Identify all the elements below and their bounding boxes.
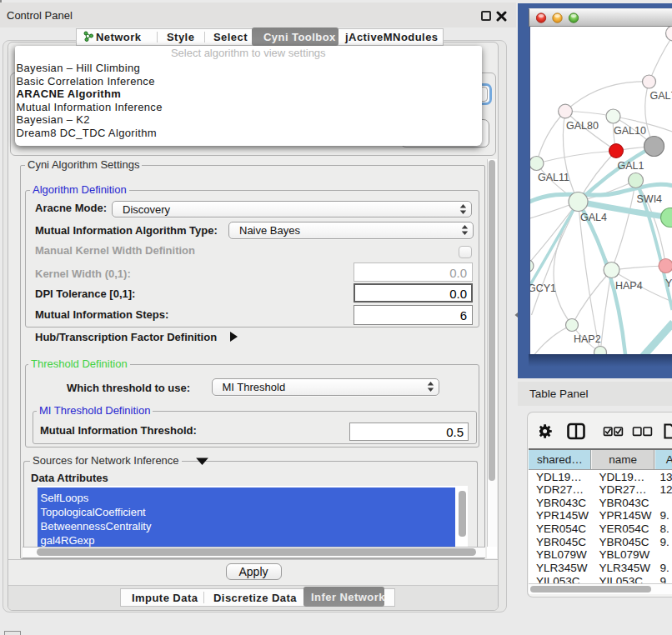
svg-text:GAL7: GAL7 xyxy=(649,90,672,102)
svg-text:YM: YM xyxy=(665,278,672,289)
svg-text:GAL1: GAL1 xyxy=(617,160,644,172)
svg-text:SWI4: SWI4 xyxy=(636,193,662,205)
svg-text:HAP4: HAP4 xyxy=(615,280,643,292)
svg-text:GAL11: GAL11 xyxy=(538,172,569,183)
svg-text:GAL10: GAL10 xyxy=(614,125,646,137)
svg-text:GCY1: GCY1 xyxy=(530,282,556,294)
svg-text:HAP2: HAP2 xyxy=(574,333,601,345)
svg-text:GAL4: GAL4 xyxy=(580,212,607,223)
svg-text:GAL80: GAL80 xyxy=(566,120,599,132)
